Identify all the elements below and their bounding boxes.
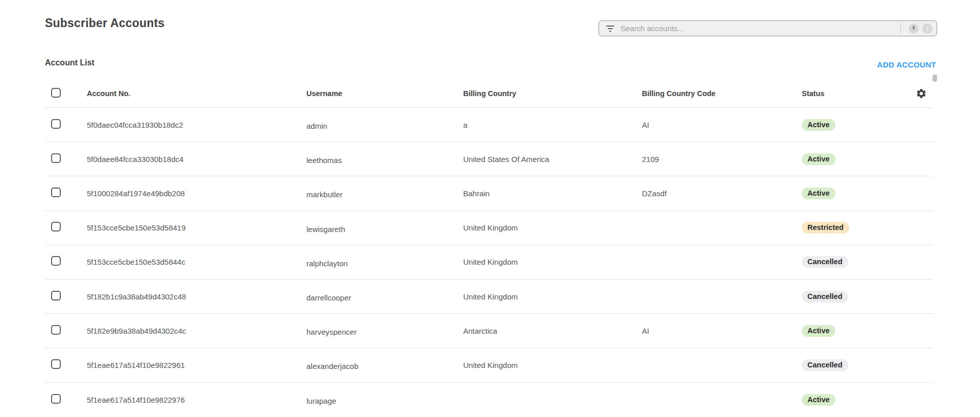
info-button[interactable]: i (922, 24, 933, 34)
cell-billing-country: United States Of America (463, 155, 642, 164)
row-checkbox[interactable] (51, 222, 61, 231)
cell-billing-country: United Kingdom (463, 361, 642, 369)
cell-billing-country: a (463, 121, 642, 129)
table-row[interactable]: 5f153cce5cbe150e53d58419 lewisgareth Uni… (45, 211, 933, 245)
cell-username: alexanderjacob (306, 359, 463, 370)
filter-list-icon[interactable] (606, 26, 614, 32)
column-header-billing-country: Billing Country (463, 89, 642, 98)
accounts-table: Account No. Username Billing Country Bil… (45, 80, 933, 417)
cell-account-no: 5f1000284af1974e49bdb208 (87, 189, 306, 198)
cell-billing-country: United Kingdom (463, 223, 642, 232)
table-header-row: Account No. Username Billing Country Bil… (45, 80, 933, 108)
cell-account-no: 5f0daee84fcca33030b18dc4 (87, 155, 306, 164)
subscriber-accounts-page: Subscriber Accounts i Account List ADD A… (0, 0, 980, 417)
table-row[interactable]: 5f1eae617a514f10e9822961 alexanderjacob … (45, 348, 933, 382)
column-header-account-no: Account No. (87, 89, 306, 98)
status-badge: Cancelled (802, 256, 848, 268)
status-badge: Active (802, 188, 835, 199)
table-row[interactable]: 5f0daee84fcca33030b18dc4 leethomas Unite… (45, 142, 933, 176)
column-header-username: Username (306, 89, 463, 98)
cell-billing-country: United Kingdom (463, 258, 642, 266)
cell-billing-country: Bahrain (463, 189, 642, 198)
status-badge: Active (802, 119, 835, 131)
row-checkbox[interactable] (51, 394, 61, 404)
table-row[interactable]: 5f0daec04fcca31930b18dc2 admin a AI Acti… (45, 108, 933, 142)
status-badge: Cancelled (802, 359, 848, 371)
row-checkbox[interactable] (51, 153, 61, 163)
row-checkbox[interactable] (51, 359, 61, 369)
page-title: Subscriber Accounts (45, 16, 164, 30)
info-icon: i (926, 26, 928, 32)
column-header-billing-country-code: Billing Country Code (642, 89, 802, 98)
cell-billing-country-code: AI (642, 327, 802, 335)
table-row[interactable]: 5f153cce5cbe150e53d5844c ralphclayton Un… (45, 245, 933, 280)
scrollbar-thumb[interactable] (933, 75, 937, 82)
search-input[interactable] (620, 24, 896, 33)
cell-username: leethomas (306, 153, 463, 165)
cell-username: lurapage (306, 394, 463, 405)
status-badge: Restricted (802, 222, 849, 234)
status-badge: Active (802, 394, 835, 406)
cell-account-no: 5f153cce5cbe150e53d58419 (87, 223, 306, 232)
cell-username: darrellcooper (306, 291, 463, 302)
row-checkbox[interactable] (51, 325, 61, 335)
cell-username: lewisgareth (306, 222, 463, 234)
lightning-icon (911, 26, 917, 31)
select-all-checkbox[interactable] (51, 88, 61, 98)
lightning-button[interactable] (909, 24, 919, 34)
cell-billing-country: Antarctica (463, 327, 642, 335)
table-row[interactable]: 5f182e9b9a38ab49d4302c4c harveyspencer A… (45, 314, 933, 348)
column-settings-button[interactable] (916, 88, 927, 99)
table-body: 5f0daec04fcca31930b18dc2 admin a AI Acti… (45, 108, 933, 417)
section-title: Account List (45, 58, 94, 67)
cell-username: admin (306, 119, 463, 130)
row-checkbox[interactable] (51, 256, 61, 266)
cell-account-no: 5f0daec04fcca31930b18dc2 (87, 121, 306, 129)
add-account-button[interactable]: ADD ACCOUNT (877, 60, 936, 69)
cell-account-no: 5f182e9b9a38ab49d4302c4c (87, 327, 306, 335)
cell-account-no: 5f153cce5cbe150e53d5844c (87, 258, 306, 266)
cell-billing-country: United Kingdom (463, 292, 642, 301)
cell-billing-country-code: DZasdf (642, 189, 802, 198)
search-divider (900, 24, 901, 34)
settings-gear-icon (916, 88, 927, 99)
cell-account-no: 5f1eae617a514f10e9822976 (87, 396, 306, 404)
status-badge: Cancelled (802, 291, 848, 303)
search-bar: i (599, 20, 937, 36)
cell-billing-country-code: AI (642, 121, 802, 129)
cell-account-no: 5f1eae617a514f10e9822961 (87, 361, 306, 369)
column-header-status: Status (802, 89, 909, 98)
status-badge: Active (802, 325, 835, 337)
table-row[interactable]: 5f1eae617a514f10e9822976 lurapage Active (45, 383, 933, 417)
table-row[interactable]: 5f182b1c9a38ab49d4302c48 darrellcooper U… (45, 280, 933, 314)
table-row[interactable]: 5f1000284af1974e49bdb208 markbutler Bahr… (45, 176, 933, 211)
row-checkbox[interactable] (51, 188, 61, 197)
cell-username: harveyspencer (306, 325, 463, 336)
row-checkbox[interactable] (51, 291, 61, 300)
cell-username: markbutler (306, 188, 463, 199)
cell-billing-country-code: 2109 (642, 155, 802, 164)
cell-username: ralphclayton (306, 257, 463, 268)
cell-account-no: 5f182b1c9a38ab49d4302c48 (87, 292, 306, 301)
status-badge: Active (802, 153, 835, 165)
row-checkbox[interactable] (51, 119, 61, 129)
